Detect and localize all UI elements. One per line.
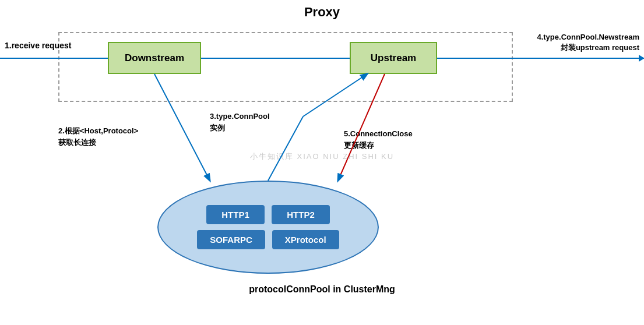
step5-line1: 5.ConnectionClose bbox=[344, 128, 413, 140]
upstream-box: Upstream bbox=[350, 42, 437, 74]
pool-item-http2: HTTP2 bbox=[272, 205, 330, 224]
proxy-label: Proxy bbox=[304, 5, 340, 20]
pool-item-http1: HTTP1 bbox=[206, 205, 265, 224]
step3-line2: 实例 bbox=[210, 122, 270, 134]
watermark: 小牛知识库 XIAO NIU ZHI SHI KU bbox=[250, 151, 394, 162]
pool-row-2: SOFARPC XProtocol bbox=[197, 230, 339, 249]
downstream-label: Downstream bbox=[125, 52, 184, 64]
step3-line1: 3.type.ConnPool bbox=[210, 111, 270, 122]
pool-bottom-label: protocolConnPool in ClusterMng bbox=[249, 284, 395, 295]
downstream-box: Downstream bbox=[108, 42, 201, 74]
step4-label: 4.type.ConnPool.Newstream 封装upstream req… bbox=[537, 32, 639, 53]
pool-ellipse: HTTP1 HTTP2 SOFARPC XProtocol bbox=[157, 181, 379, 274]
upstream-label: Upstream bbox=[371, 52, 416, 64]
pool-item-xprotocol: XProtocol bbox=[272, 230, 339, 249]
svg-line-1 bbox=[268, 116, 303, 181]
pool-item-sofarpc: SOFARPC bbox=[197, 230, 265, 249]
step4-line2: 封装upstream request bbox=[537, 43, 639, 53]
pool-row-1: HTTP1 HTTP2 bbox=[206, 205, 330, 224]
step2-line1: 2.根据<Host,Protocol> bbox=[58, 125, 138, 137]
diagram-container: Proxy Downstream Upstream 1.receive requ… bbox=[0, 0, 644, 325]
step3-label: 3.type.ConnPool 实例 bbox=[210, 111, 270, 133]
step1-label: 1.receive request bbox=[5, 41, 71, 50]
step2-label: 2.根据<Host,Protocol> 获取长连接 bbox=[58, 125, 138, 148]
step5-label: 5.ConnectionClose 更新缓存 bbox=[344, 128, 413, 151]
step4-line1: 4.type.ConnPool.Newstream bbox=[537, 32, 639, 43]
step2-line2: 获取长连接 bbox=[58, 137, 138, 149]
step5-line2: 更新缓存 bbox=[344, 140, 413, 151]
horizontal-arrow bbox=[0, 58, 644, 59]
